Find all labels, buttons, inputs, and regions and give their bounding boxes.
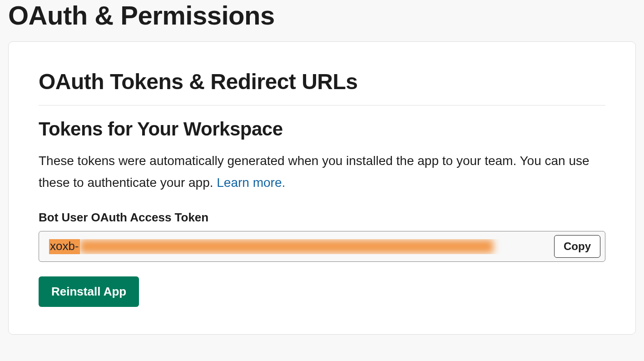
reinstall-app-button[interactable]: Reinstall App: [39, 276, 139, 307]
oauth-card: OAuth Tokens & Redirect URLs Tokens for …: [8, 41, 636, 335]
bot-token-label: Bot User OAuth Access Token: [39, 211, 605, 225]
bot-token-row: xoxb- Copy: [39, 231, 605, 262]
bot-token-prefix: xoxb-: [49, 239, 80, 254]
learn-more-link[interactable]: Learn more.: [217, 175, 285, 190]
section-title: OAuth Tokens & Redirect URLs: [39, 69, 605, 105]
bot-token-value[interactable]: xoxb-: [49, 239, 547, 254]
page-title: OAuth & Permissions: [0, 0, 644, 41]
bot-token-redacted: [80, 240, 493, 253]
tokens-subsection-title: Tokens for Your Workspace: [39, 118, 605, 140]
tokens-description: These tokens were automatically generate…: [39, 150, 605, 193]
divider: [39, 105, 605, 105]
copy-button[interactable]: Copy: [554, 235, 600, 258]
tokens-description-text: These tokens were automatically generate…: [39, 154, 590, 190]
